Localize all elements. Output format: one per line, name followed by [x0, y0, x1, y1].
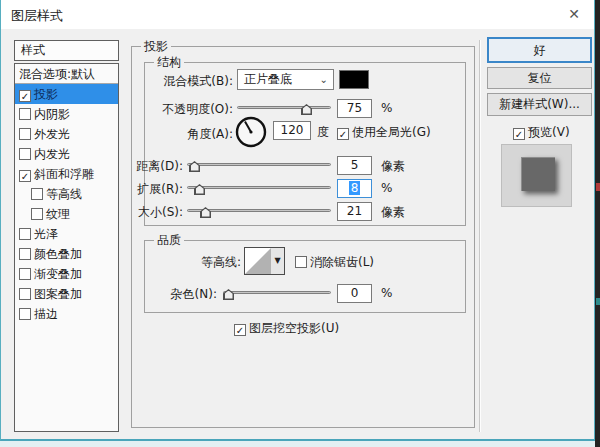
new-style-button[interactable]: 新建样式(W)...	[487, 93, 592, 116]
preview-checkbox[interactable]: ✓	[513, 128, 525, 140]
checkbox-satin[interactable]	[19, 228, 31, 240]
list-item-outer-glow[interactable]: 外发光	[15, 124, 118, 144]
checkbox-bevel-emboss[interactable]: ✓	[19, 170, 31, 182]
blend-mode-value: 正片叠底	[244, 72, 292, 86]
screenshot-stage: 图层样式 ✕ 样式 混合选项:默认 ✓投影 内阴影 外发光 内发光 ✓斜面和浮雕	[0, 0, 600, 447]
list-item-color-overlay[interactable]: 颜色叠加	[15, 244, 118, 264]
noise-slider-track[interactable]	[223, 291, 331, 294]
distance-slider[interactable]	[187, 158, 331, 172]
quality-group-title: 品质	[154, 233, 184, 247]
spread-unit: %	[381, 181, 392, 195]
noise-input[interactable]: 0	[337, 284, 372, 303]
distance-input[interactable]: 5	[337, 156, 372, 175]
list-item-stroke[interactable]: 描边	[15, 304, 118, 324]
distance-slider-track[interactable]	[187, 163, 331, 166]
chevron-down-icon: ⌄	[320, 70, 328, 89]
knockout-checkbox[interactable]: ✓	[234, 324, 246, 336]
checkbox-gradient-overlay[interactable]	[19, 268, 31, 280]
spread-slider-track[interactable]	[187, 186, 331, 189]
list-item-gradient-overlay[interactable]: 渐变叠加	[15, 264, 118, 284]
checkbox-inner-glow[interactable]	[19, 148, 31, 160]
list-item-blending-options[interactable]: 混合选项:默认	[15, 64, 118, 84]
background-sliver-red	[596, 183, 600, 191]
styles-list-header: 样式	[14, 40, 119, 61]
noise-unit: %	[381, 286, 392, 300]
preview-label: 预览(V)	[528, 125, 570, 139]
distance-unit: 像素	[381, 158, 405, 175]
checkbox-color-overlay[interactable]	[19, 248, 31, 260]
blend-mode-label: 混合模式(B):	[149, 73, 233, 90]
noise-slider[interactable]	[223, 286, 331, 300]
spread-label: 扩展(R):	[101, 181, 183, 198]
opacity-label: 不透明度(O):	[149, 101, 233, 118]
checkbox-texture[interactable]	[31, 208, 43, 220]
style-preview-thumbnail	[501, 144, 572, 207]
drop-shadow-group-title: 投影	[141, 39, 171, 53]
anti-alias-checkbox[interactable]	[295, 256, 307, 268]
size-label: 大小(S):	[101, 204, 183, 221]
list-item-inner-shadow[interactable]: 内阴影	[15, 104, 118, 124]
opacity-slider[interactable]	[237, 101, 331, 115]
ok-button[interactable]: 好	[487, 37, 592, 63]
contour-dropdown-arrow-icon[interactable]: ▼	[271, 247, 285, 275]
distance-label: 距离(D):	[101, 158, 183, 175]
list-item-satin[interactable]: 光泽	[15, 224, 118, 244]
checkbox-pattern-overlay[interactable]	[19, 288, 31, 300]
checkbox-inner-shadow[interactable]	[19, 108, 31, 120]
noise-label: 杂色(N):	[135, 286, 217, 303]
style-preview-square	[521, 157, 555, 191]
spread-slider[interactable]	[187, 181, 331, 195]
opacity-input[interactable]: 75	[337, 99, 372, 118]
contour-thumbnail[interactable]	[244, 247, 272, 275]
opacity-slider-track[interactable]	[237, 106, 331, 109]
list-item-drop-shadow[interactable]: ✓投影	[15, 84, 118, 104]
opacity-unit: %	[381, 101, 392, 115]
checkbox-drop-shadow[interactable]: ✓	[19, 90, 31, 102]
knockout-row: ✓图层挖空投影(U)	[234, 320, 339, 337]
checkbox-outer-glow[interactable]	[19, 128, 31, 140]
contour-label: 等高线:	[161, 254, 241, 271]
checkbox-contour[interactable]	[31, 188, 43, 200]
angle-dial[interactable]	[234, 115, 268, 149]
blend-mode-select[interactable]: 正片叠底 ⌄	[237, 69, 334, 90]
angle-input[interactable]: 120	[273, 121, 311, 140]
preview-row: ✓预览(V)	[513, 124, 570, 141]
checkbox-stroke[interactable]	[19, 308, 31, 320]
shadow-color-swatch[interactable]	[339, 70, 369, 89]
spread-input-selected-text: 8	[349, 181, 361, 195]
layer-style-dialog: 图层样式 ✕ 样式 混合选项:默认 ✓投影 内阴影 外发光 内发光 ✓斜面和浮雕	[0, 0, 595, 441]
global-light-row: ✓使用全局光(G)	[337, 124, 431, 141]
knockout-label: 图层挖空投影(U)	[249, 321, 339, 335]
dialog-title: 图层样式	[11, 7, 63, 25]
angle-dial-icon	[234, 115, 268, 149]
background-sliver-teal	[596, 298, 600, 305]
anti-alias-label: 消除锯齿(L)	[310, 255, 374, 269]
styles-list: 混合选项:默认 ✓投影 内阴影 外发光 内发光 ✓斜面和浮雕 等高线 纹理	[14, 63, 119, 432]
structure-group-title: 结构	[154, 55, 184, 69]
spread-input[interactable]: 8	[337, 179, 372, 198]
angle-label: 角度(A):	[149, 126, 233, 143]
list-item-pattern-overlay[interactable]: 图案叠加	[15, 284, 118, 304]
global-light-label: 使用全局光(G)	[352, 125, 431, 139]
size-unit: 像素	[381, 204, 405, 221]
panel-separator	[479, 40, 481, 432]
global-light-checkbox[interactable]: ✓	[337, 128, 349, 140]
close-icon[interactable]: ✕	[562, 4, 586, 24]
size-slider[interactable]	[187, 204, 331, 218]
angle-unit: 度	[317, 124, 329, 141]
titlebar[interactable]: 图层样式 ✕	[1, 0, 594, 29]
reset-button[interactable]: 复位	[487, 67, 592, 89]
dialog-bottom-strip	[0, 441, 595, 447]
anti-alias-row: 消除锯齿(L)	[295, 254, 374, 271]
size-input[interactable]: 21	[337, 202, 372, 221]
